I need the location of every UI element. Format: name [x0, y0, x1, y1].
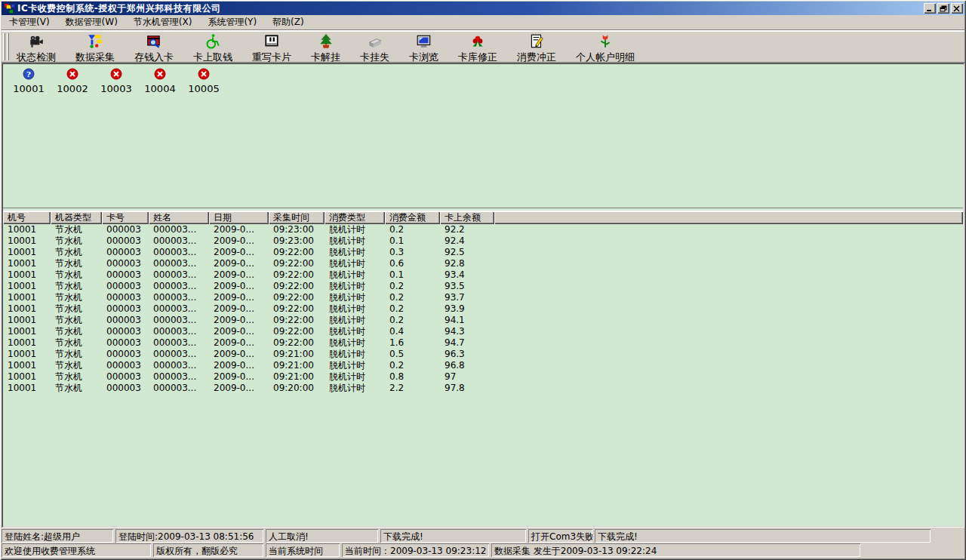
- menu-item-5[interactable]: 帮助(Z): [271, 15, 306, 29]
- table-row[interactable]: 10001节水机000003000003...2009-0...09:23:00…: [3, 235, 963, 247]
- device-status-panel: ?1000110002100031000410005: [3, 64, 963, 208]
- table-cell: 脱机计时: [325, 360, 385, 371]
- column-header-2[interactable]: 机器类型: [51, 211, 102, 224]
- table-cell: 0.2: [385, 315, 440, 326]
- toolbar-button-9[interactable]: 卡库修正: [454, 32, 502, 66]
- table-row[interactable]: 10001节水机000003000003...2009-0...09:22:00…: [3, 269, 963, 281]
- column-header-3[interactable]: 卡号: [102, 211, 149, 224]
- toolbar-button-7[interactable]: 卡挂失: [355, 32, 394, 66]
- menu-item-4[interactable]: 系统管理(Y): [206, 15, 258, 29]
- table-cell-filler: [494, 383, 963, 394]
- menu-item-1[interactable]: 卡管理(V): [8, 15, 51, 29]
- table-cell: 94.1: [440, 315, 494, 326]
- table-row[interactable]: 10001节水机000003000003...2009-0...09:22:00…: [3, 292, 963, 303]
- device-item-10002[interactable]: 10002: [51, 68, 94, 94]
- table-row[interactable]: 10001节水机000003000003...2009-0...09:20:00…: [3, 383, 963, 394]
- table-cell: 2009-0...: [209, 326, 269, 337]
- window-controls: [922, 3, 963, 14]
- table-cell: 0.2: [385, 224, 440, 235]
- table-row[interactable]: 10001节水机000003000003...2009-0...09:21:00…: [3, 371, 963, 383]
- table-cell: 000003: [102, 235, 149, 247]
- table-cell: 10001: [3, 383, 51, 394]
- table-cell: 09:22:00: [269, 292, 325, 303]
- toolbar-button-8[interactable]: 卡浏览: [405, 32, 443, 66]
- table-row[interactable]: 10001节水机000003000003...2009-0...09:22:00…: [3, 315, 963, 326]
- toolbar-gripper[interactable]: [3, 33, 9, 60]
- app-window: IC卡收费控制系统-授权于郑州兴邦科技有限公司 卡管理(V)数据管理(W)节水机…: [0, 0, 966, 560]
- table-cell: 93.4: [440, 269, 494, 281]
- sharpener-icon: [367, 33, 383, 50]
- table-cell: 10001: [3, 235, 51, 247]
- records-table: 机号机器类型卡号姓名日期采集时间消费类型消费金额卡上余额 10001节水机000…: [3, 211, 963, 526]
- table-cell: 脱机计时: [325, 235, 385, 247]
- table-row[interactable]: 10001节水机000003000003...2009-0...09:21:00…: [3, 349, 963, 360]
- title-bar[interactable]: IC卡收费控制系统-授权于郑州兴邦科技有限公司: [2, 2, 964, 15]
- client-area: ?1000110002100031000410005 机号机器类型卡号姓名日期采…: [2, 63, 964, 528]
- tulip-icon: [597, 33, 614, 50]
- table-cell: 09:22:00: [269, 281, 325, 292]
- column-header-5[interactable]: 日期: [209, 211, 269, 224]
- table-cell: 10001: [3, 326, 51, 337]
- table-cell: 92.4: [440, 235, 494, 247]
- table-row[interactable]: 10001节水机000003000003...2009-0...09:22:00…: [3, 303, 963, 315]
- device-label: 10001: [13, 83, 44, 94]
- table-row[interactable]: 10001节水机000003000003...2009-0...09:22:00…: [3, 247, 963, 258]
- table-cell-filler: [494, 303, 963, 315]
- toolbar-button-2[interactable]: 数据采集: [71, 32, 119, 66]
- device-item-10004[interactable]: 10004: [138, 68, 182, 94]
- table-row[interactable]: 10001节水机000003000003...2009-0...09:22:00…: [3, 337, 963, 349]
- toolbar-button-5[interactable]: 重写卡片: [248, 32, 296, 66]
- toolbar-button-3[interactable]: 存钱入卡: [130, 32, 178, 66]
- table-cell: 000003...: [149, 383, 209, 394]
- error-icon: [154, 68, 166, 80]
- menu-item-2[interactable]: 数据管理(W): [64, 15, 119, 29]
- table-cell: 节水机: [51, 349, 102, 360]
- column-header-1[interactable]: 机号: [3, 211, 51, 224]
- table-cell: 97.8: [440, 383, 494, 394]
- column-header-7[interactable]: 消费类型: [325, 211, 385, 224]
- column-header-4[interactable]: 姓名: [149, 211, 209, 224]
- table-row[interactable]: 10001节水机000003000003...2009-0...09:22:00…: [3, 326, 963, 337]
- restore-button[interactable]: [937, 3, 949, 14]
- toolbar-button-4[interactable]: 卡上取钱: [189, 32, 237, 66]
- status-bottom-panel-1: 欢迎使用收费管理系统: [2, 543, 151, 557]
- toolbar-button-6[interactable]: 卡解挂: [306, 32, 345, 66]
- table-row[interactable]: 10001节水机000003000003...2009-0...09:22:00…: [3, 281, 963, 292]
- table-cell: 脱机计时: [325, 326, 385, 337]
- device-item-10003[interactable]: 10003: [94, 68, 138, 94]
- table-row[interactable]: 10001节水机000003000003...2009-0...09:22:00…: [3, 258, 963, 269]
- toolbar-button-10[interactable]: 消费冲正: [512, 32, 561, 66]
- table-cell-filler: [494, 224, 963, 235]
- table-row[interactable]: 10001节水机000003000003...2009-0...09:23:00…: [3, 224, 963, 235]
- table-cell-filler: [494, 326, 963, 337]
- app-icon: [4, 3, 15, 14]
- column-header-9[interactable]: 卡上余额: [440, 211, 494, 224]
- toolbar-button-1[interactable]: 状态检测: [12, 32, 60, 66]
- table-body: 10001节水机000003000003...2009-0...09:23:00…: [3, 224, 963, 394]
- table-cell: 10001: [3, 292, 51, 303]
- table-cell: 000003: [102, 383, 149, 394]
- table-cell: 0.2: [385, 303, 440, 315]
- table-cell: 000003: [102, 224, 149, 235]
- table-cell: 10001: [3, 337, 51, 349]
- table-cell: 10001: [3, 281, 51, 292]
- table-row[interactable]: 10001节水机000003000003...2009-0...09:21:00…: [3, 360, 963, 371]
- column-header-8[interactable]: 消费金额: [385, 211, 440, 224]
- table-cell: 2009-0...: [209, 303, 269, 315]
- device-item-10001[interactable]: ?10001: [7, 68, 51, 94]
- table-cell: 97: [440, 371, 494, 383]
- close-button[interactable]: [951, 3, 963, 14]
- menu-bar: 卡管理(V)数据管理(W)节水机管理(X)系统管理(Y)帮助(Z): [2, 15, 964, 30]
- column-header-6[interactable]: 采集时间: [269, 211, 325, 224]
- minimize-button[interactable]: [924, 3, 936, 14]
- table-cell: 0.2: [385, 281, 440, 292]
- menu-item-3[interactable]: 节水机管理(X): [132, 15, 194, 29]
- card-writer-icon: [263, 33, 280, 50]
- table-cell: 10001: [3, 303, 51, 315]
- table-cell: 节水机: [51, 281, 102, 292]
- table-cell: 节水机: [51, 303, 102, 315]
- toolbar-button-11[interactable]: 个人帐户明细: [571, 32, 639, 66]
- device-item-10005[interactable]: 10005: [182, 68, 226, 94]
- table-cell: 000003...: [149, 337, 209, 349]
- table-cell: 09:21:00: [269, 349, 325, 360]
